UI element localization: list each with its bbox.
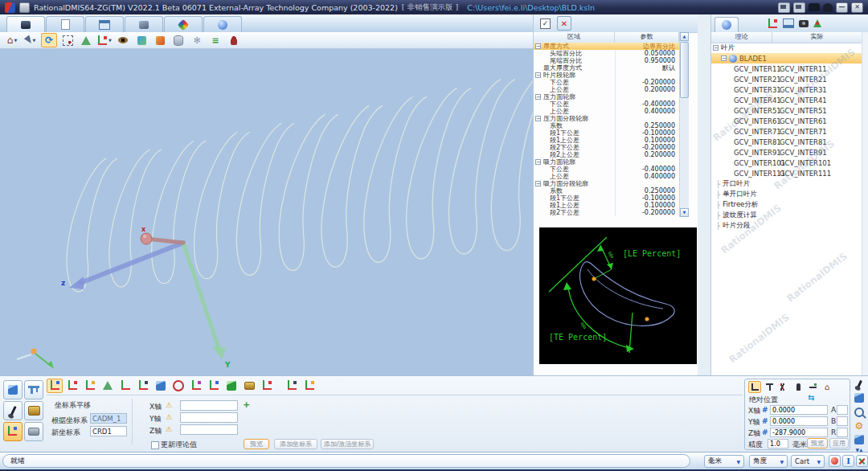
user-lock-button[interactable] <box>226 33 242 47</box>
coord-mode-combo[interactable]: Cart▼ <box>791 455 825 468</box>
viewport-3d[interactable]: z Y x <box>0 49 533 375</box>
precision-input[interactable] <box>768 439 788 448</box>
add-axis-icon[interactable]: + <box>243 399 250 410</box>
param-row[interactable]: 段2下公差 -0.200000 <box>534 209 679 216</box>
tree-section-row[interactable]: GCV_INTER31 GCV_INTER31 <box>711 84 862 95</box>
probe-mode-button[interactable] <box>748 381 761 393</box>
cut-button[interactable] <box>856 455 868 467</box>
scroll-up-arrow[interactable]: ▲ <box>680 32 689 41</box>
tree-extra-node[interactable]: ├ 波纹度计算 <box>711 210 862 220</box>
color-settings-button[interactable] <box>133 33 149 47</box>
zoom-region-button[interactable] <box>59 33 76 47</box>
expander-icon[interactable]: − <box>721 55 727 61</box>
r-input[interactable] <box>837 428 848 437</box>
record-button[interactable] <box>829 455 841 467</box>
check-all-icon[interactable]: ✓ <box>540 18 551 29</box>
fixture-button[interactable] <box>24 401 43 420</box>
tab-view[interactable] <box>203 16 242 32</box>
tree-section-row[interactable]: GCV_INTER11 GCV_INTER11 <box>711 63 862 74</box>
probe-button[interactable] <box>3 401 23 420</box>
csys-iterative-button[interactable] <box>170 379 186 393</box>
home-view-button[interactable]: ⌂▼ <box>4 33 20 47</box>
hash-icon[interactable]: # <box>762 417 768 425</box>
minimize-button[interactable]: — <box>836 2 848 13</box>
csys-swap-button[interactable] <box>82 379 98 393</box>
hash-icon[interactable]: # <box>762 428 768 436</box>
refresh-view-button[interactable]: ⟳ <box>41 33 57 47</box>
pos-y-input[interactable] <box>770 416 828 426</box>
update-theory-checkbox[interactable] <box>151 441 159 449</box>
home-position-button[interactable]: ⌂ <box>821 381 833 393</box>
column-theory[interactable]: 理论 <box>711 32 772 43</box>
tree-scrollbar[interactable] <box>862 32 868 375</box>
new-coord-input[interactable] <box>90 426 127 436</box>
tree-section-row[interactable]: GCV_INTER21 GCV_INTER21 <box>711 74 862 84</box>
visibility-button[interactable] <box>115 33 131 47</box>
target-align-button[interactable] <box>259 379 275 393</box>
coordinate-view-button[interactable]: ▼ <box>96 33 113 47</box>
from-coord-input[interactable] <box>90 413 127 424</box>
add-coord-button[interactable]: 添加坐标系 <box>274 439 317 449</box>
add-activate-coord-button[interactable]: 添加/激活坐标系 <box>321 439 374 449</box>
tab-measure[interactable] <box>6 16 45 32</box>
camera-icon[interactable] <box>799 20 809 27</box>
tab-machine[interactable] <box>125 16 163 32</box>
csys-transform-button[interactable] <box>301 379 317 393</box>
pos-z-input[interactable] <box>770 428 828 437</box>
clear-params-button[interactable]: ✕ <box>557 16 571 31</box>
joystick-button[interactable] <box>792 381 805 393</box>
coordinate-system-button[interactable] <box>3 422 23 441</box>
tree-icon[interactable] <box>813 19 821 27</box>
csys-translate-button[interactable] <box>47 379 63 393</box>
probe-add-button[interactable] <box>806 381 819 393</box>
expander-icon[interactable]: − <box>713 45 719 51</box>
pos-preview-button[interactable]: 预览 <box>807 438 828 448</box>
close-button[interactable]: ✕ <box>851 2 863 13</box>
probe-model-button[interactable] <box>3 380 23 399</box>
tab-model[interactable] <box>164 16 203 32</box>
csys-origin-button[interactable] <box>117 379 133 393</box>
fit-model-button[interactable] <box>78 33 94 47</box>
tree-section-row[interactable]: GCV_INTER41 GCV_INTER41 <box>711 95 862 105</box>
scroll-down-arrow[interactable]: ▼ <box>680 208 689 217</box>
tab-report[interactable] <box>85 16 124 32</box>
csys-axis-button[interactable] <box>135 379 151 393</box>
feature-list-button[interactable]: ≡ <box>207 33 223 47</box>
info-button[interactable]: I <box>842 455 854 467</box>
probe-t-button[interactable] <box>763 381 776 393</box>
x-offset-input[interactable] <box>180 400 238 411</box>
b-input[interactable] <box>837 416 848 426</box>
csys-bestfit-button[interactable] <box>100 379 116 393</box>
tool-settings-button[interactable]: ⚙ <box>853 420 866 432</box>
tree-section-row[interactable]: GCV_INTER101 GCV_INTER101 <box>711 158 862 168</box>
y-offset-input[interactable] <box>180 412 238 423</box>
angle-combo[interactable]: 角度▼ <box>749 455 788 468</box>
axes-icon[interactable] <box>768 18 778 29</box>
tab-document[interactable] <box>46 16 84 32</box>
tree-section-row[interactable]: GCV_INTER111 GCV_INTER111 <box>711 168 862 178</box>
scroll-thumb[interactable] <box>680 42 689 98</box>
tool-cube-button[interactable] <box>853 392 866 403</box>
geometry-button[interactable] <box>223 379 240 393</box>
select-cursor-button[interactable]: ▼ <box>23 33 39 47</box>
pos-apply-button[interactable]: 应用 <box>829 438 849 448</box>
machine-setup-button[interactable] <box>24 422 43 441</box>
csys-offset-button[interactable] <box>188 379 204 393</box>
csys-cube-button[interactable] <box>153 379 169 393</box>
tree-globe-tab[interactable] <box>714 17 739 32</box>
csys-measure-button[interactable] <box>284 379 300 393</box>
tree-section-row[interactable]: GCV_INTER61 GCV_INTER61 <box>711 116 862 126</box>
panel-splitter[interactable] <box>698 14 710 375</box>
monitor-icon[interactable] <box>783 18 794 28</box>
tree-extra-node[interactable]: ├ 单开口叶片 <box>711 189 862 199</box>
tree-extra-node[interactable]: ├ Firtree分析 <box>711 199 862 210</box>
database-button[interactable] <box>170 33 186 47</box>
system-menu-icon[interactable] <box>19 2 30 13</box>
preview-button[interactable]: 预览 <box>244 439 269 449</box>
probe-v-button[interactable] <box>777 381 790 393</box>
pos-x-input[interactable] <box>770 405 828 415</box>
tree-extra-node[interactable]: ├ 开口叶片 <box>711 178 862 189</box>
tree-section-row[interactable]: GCV_INTER81 GCV_INTER81 <box>711 137 862 147</box>
csys-machine-button[interactable] <box>206 379 222 393</box>
column-actual[interactable]: 实际 <box>772 32 862 43</box>
